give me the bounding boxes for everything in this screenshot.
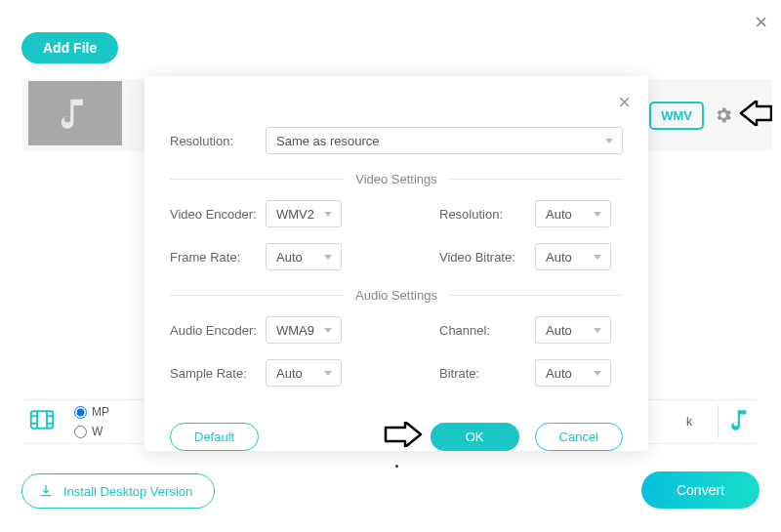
video-settings-header: Video Settings (170, 172, 623, 186)
music-note-icon (57, 95, 94, 132)
channel-label: Channel: (439, 323, 535, 338)
video-bitrate-select[interactable]: Auto (535, 243, 611, 270)
audio-settings-header: Audio Settings (170, 288, 623, 303)
channel-select[interactable]: Auto (535, 316, 611, 344)
download-icon (38, 483, 54, 499)
gear-icon (714, 105, 733, 125)
video-encoder-label: Video Encoder: (170, 207, 266, 222)
audio-bitrate-label: Bitrate: (439, 366, 535, 381)
resolution-label: Resolution: (170, 134, 266, 148)
annotation-arrow-gear (739, 101, 772, 130)
convert-button[interactable]: Convert (641, 471, 760, 509)
video-format-icon (27, 405, 57, 438)
video-encoder-select[interactable]: WMV2 (266, 200, 342, 227)
truncated-text: k (686, 415, 692, 429)
video-bitrate-label: Video Bitrate: (439, 250, 535, 265)
settings-dialog: × Resolution: Same as resource Video Set… (144, 76, 648, 451)
add-file-button[interactable]: Add File (21, 32, 118, 63)
sample-rate-label: Sample Rate: (170, 366, 266, 381)
cancel-button[interactable]: Cancel (535, 423, 623, 451)
format-badge[interactable]: WMV (649, 102, 704, 130)
audio-encoder-select[interactable]: WMA9 (266, 316, 342, 344)
pagination-dot (395, 465, 398, 468)
annotation-arrow-ok (384, 422, 423, 451)
audio-bitrate-select[interactable]: Auto (535, 359, 611, 387)
video-resolution-select[interactable]: Auto (535, 200, 611, 227)
sample-rate-select[interactable]: Auto (266, 359, 342, 387)
ok-button[interactable]: OK (431, 423, 519, 451)
file-thumbnail (28, 81, 122, 145)
format-radio-w[interactable]: W (74, 425, 109, 438)
window-close-icon[interactable]: × (755, 10, 767, 35)
settings-gear-button[interactable] (714, 105, 733, 125)
resolution-select[interactable]: Same as resource (266, 127, 623, 154)
audio-encoder-label: Audio Encoder: (170, 323, 266, 338)
frame-rate-label: Frame Rate: (170, 250, 266, 265)
format-radio-group: MP W (74, 405, 109, 438)
frame-rate-select[interactable]: Auto (266, 243, 342, 270)
dialog-close-icon[interactable]: × (618, 90, 631, 115)
svg-rect-0 (31, 411, 54, 429)
video-resolution-label: Resolution: (439, 207, 535, 222)
audio-format-icon[interactable] (728, 407, 760, 436)
vertical-divider (718, 405, 719, 438)
format-radio-mp[interactable]: MP (74, 405, 109, 419)
default-button[interactable]: Default (170, 423, 259, 451)
install-desktop-button[interactable]: Install Desktop Version (21, 473, 215, 509)
